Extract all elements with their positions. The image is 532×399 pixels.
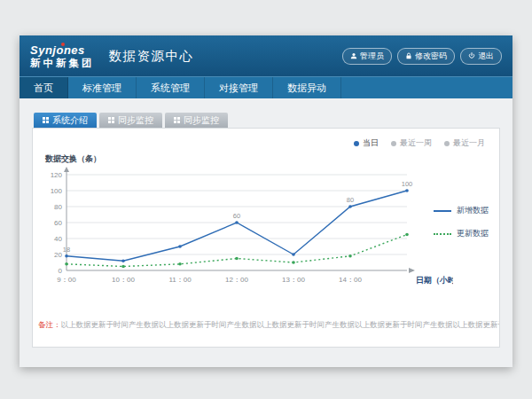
svg-text:10：00: 10：00	[112, 276, 135, 284]
svg-text:0: 0	[59, 267, 63, 275]
series-legend-item[interactable]: 更新数据	[434, 228, 489, 239]
svg-text:12：00: 12：00	[225, 276, 248, 284]
filter-label: 最近一月	[453, 137, 485, 149]
tab-label: 系统介绍	[52, 114, 88, 127]
svg-text:100: 100	[402, 180, 413, 188]
footnote-prefix: 备注：	[38, 320, 61, 329]
svg-text:日期（小时）: 日期（小时）	[416, 276, 453, 285]
grid-icon	[108, 117, 114, 123]
power-icon	[468, 52, 475, 59]
tab-bar: 系统介绍 同步监控 同步监控	[32, 113, 500, 128]
series-legend: 新增数据更新数据	[434, 205, 489, 239]
dot-icon	[391, 141, 396, 146]
change-password-label: 修改密码	[415, 51, 447, 62]
header: Synjones 新中新集团 数据资源中心 管理员 修改密码 退出	[20, 35, 512, 76]
desktop-background: Synjones 新中新集团 数据资源中心 管理员 修改密码 退出	[0, 0, 532, 399]
logo: Synjones 新中新集团	[30, 44, 95, 68]
dot-icon	[354, 141, 359, 146]
lock-icon	[405, 52, 412, 59]
user-icon	[350, 52, 357, 59]
logout-button[interactable]: 退出	[460, 48, 502, 65]
time-filter-legend: 当日 最近一周 最近一月	[354, 137, 485, 149]
tab-sync-monitor-1[interactable]: 同步监控	[99, 113, 162, 128]
nav-item-standard-mgmt[interactable]: 标准管理	[68, 77, 137, 98]
nav-item-data-change[interactable]: 数据异动	[273, 77, 341, 98]
nav-item-system-mgmt[interactable]: 系统管理	[137, 77, 205, 98]
svg-text:100: 100	[51, 187, 63, 195]
nav-item-connect-mgmt[interactable]: 对接管理	[205, 77, 273, 98]
main-nav: 首页 标准管理 系统管理 对接管理 数据异动	[20, 76, 512, 98]
logout-label: 退出	[478, 51, 494, 62]
chart-panel: 当日 最近一周 最近一月 数据交换（条） 0204060801001209：00…	[32, 128, 500, 348]
solid-line-swatch	[434, 210, 451, 212]
svg-text:80: 80	[347, 196, 354, 204]
tab-system-intro[interactable]: 系统介绍	[34, 113, 97, 128]
svg-text:40: 40	[54, 235, 62, 243]
svg-text:9：00: 9：00	[57, 276, 76, 284]
svg-text:11：00: 11：00	[168, 276, 192, 284]
content-area: 系统介绍 同步监控 同步监控 当日	[20, 98, 512, 348]
line-chart: 0204060801001209：0010：0011：0012：0013：001…	[36, 166, 453, 299]
tab-label: 同步监控	[184, 114, 219, 127]
admin-button[interactable]: 管理员	[342, 48, 392, 65]
header-actions: 管理员 修改密码 退出	[342, 48, 502, 65]
logo-red-dot	[61, 43, 65, 46]
y-axis-title: 数据交换（条）	[45, 153, 101, 165]
svg-text:18: 18	[63, 246, 70, 254]
grid-icon	[174, 117, 180, 123]
dashed-line-swatch	[434, 233, 451, 235]
filter-label: 最近一周	[400, 137, 432, 149]
filter-today[interactable]: 当日	[354, 137, 379, 149]
nav-item-home[interactable]: 首页	[20, 77, 68, 98]
svg-text:60: 60	[54, 219, 62, 227]
footnote: 备注：以上数据更新于时间产生数据以上数据更新于时间产生数据以上数据更新于时间产生…	[33, 320, 499, 331]
dot-icon	[444, 141, 450, 146]
svg-text:120: 120	[51, 171, 63, 179]
svg-text:13：00: 13：00	[282, 276, 305, 284]
logo-subtitle: 新中新集团	[30, 58, 95, 68]
page-title: 数据资源中心	[109, 48, 194, 65]
app-window: Synjones 新中新集团 数据资源中心 管理员 修改密码 退出	[20, 35, 512, 367]
filter-last-month[interactable]: 最近一月	[444, 137, 485, 149]
series-legend-item[interactable]: 新增数据	[434, 205, 489, 216]
svg-text:60: 60	[233, 212, 240, 220]
admin-button-label: 管理员	[360, 51, 384, 62]
grid-icon	[43, 117, 49, 123]
svg-text:14：00: 14：00	[339, 276, 362, 284]
tab-label: 同步监控	[118, 114, 153, 127]
tab-sync-monitor-2[interactable]: 同步监控	[165, 113, 228, 128]
filter-label: 当日	[363, 137, 379, 149]
svg-text:80: 80	[54, 203, 62, 211]
change-password-button[interactable]: 修改密码	[397, 48, 455, 65]
footnote-text: 以上数据更新于时间产生数据以上数据更新于时间产生数据以上数据更新于时间产生数据以…	[61, 320, 500, 329]
filter-last-week[interactable]: 最近一周	[391, 137, 432, 149]
series-legend-label: 更新数据	[457, 228, 489, 239]
series-legend-label: 新增数据	[457, 205, 489, 216]
svg-text:20: 20	[54, 251, 62, 259]
